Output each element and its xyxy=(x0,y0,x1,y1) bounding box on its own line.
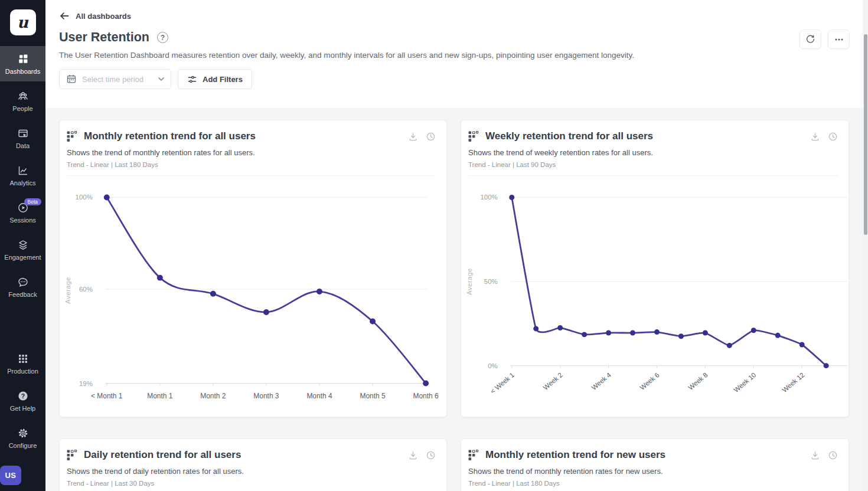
dashboard-grid: Monthly retention trend for all users Sh… xyxy=(45,108,868,491)
sidebar-item-sessions[interactable]: Beta Sessions xyxy=(0,195,45,230)
svg-text:Week 12: Week 12 xyxy=(781,371,805,394)
card-subtitle: Shows the trend of monthly retention rat… xyxy=(67,148,436,157)
sidebar-item-people[interactable]: People xyxy=(0,83,45,119)
sidebar-item-production[interactable]: Production xyxy=(0,346,45,381)
time-period-select[interactable]: Select time period xyxy=(59,69,171,89)
dashboards-icon xyxy=(17,53,29,65)
more-options-button[interactable] xyxy=(828,30,850,49)
card-daily-retention-all-users: Daily retention trend for all users Show… xyxy=(59,438,447,491)
history-clock-icon[interactable] xyxy=(426,450,436,460)
svg-text:?: ? xyxy=(21,392,24,399)
card-meta: Trend - Linear | Last 30 Days xyxy=(67,480,436,491)
add-filters-label: Add Filters xyxy=(203,75,243,84)
add-filters-button[interactable]: Add Filters xyxy=(178,69,252,89)
card-meta: Trend - Linear | Last 180 Days xyxy=(468,480,838,491)
card-monthly-retention-new-users: Monthly retention trend for new users Sh… xyxy=(461,438,849,491)
svg-text:Month 6: Month 6 xyxy=(413,392,439,400)
download-icon[interactable] xyxy=(810,450,820,460)
sidebar-item-dashboards[interactable]: Dashboards xyxy=(0,46,45,81)
sidebar-item-engagement[interactable]: Engagement xyxy=(0,232,45,267)
svg-text:0%: 0% xyxy=(488,362,498,369)
sidebar-item-label: Sessions xyxy=(9,217,36,224)
svg-text:60%: 60% xyxy=(79,286,93,293)
page-title: User Retention xyxy=(59,30,149,45)
card-meta: Trend - Linear | Last 180 Days xyxy=(67,161,436,176)
user-avatar[interactable]: US xyxy=(0,466,21,485)
logo-letter: u xyxy=(17,14,28,31)
svg-text:Week 10: Week 10 xyxy=(732,371,757,394)
chevron-down-icon xyxy=(158,77,164,81)
gear-icon xyxy=(17,427,29,439)
svg-text:Month 5: Month 5 xyxy=(360,392,386,400)
engagement-layers-icon xyxy=(17,239,29,251)
history-clock-icon[interactable] xyxy=(828,132,838,142)
svg-text:Week 2: Week 2 xyxy=(542,371,564,391)
weekly-retention-line-chart[interactable]: 100%50%0%Average< Week 1Week 2Week 4Week… xyxy=(461,176,849,411)
sliders-icon xyxy=(187,74,197,84)
svg-text:Month 2: Month 2 xyxy=(200,392,226,400)
history-clock-icon[interactable] xyxy=(828,450,838,460)
history-clock-icon[interactable] xyxy=(426,132,436,142)
svg-text:Week 6: Week 6 xyxy=(638,371,660,391)
svg-text:Week 8: Week 8 xyxy=(687,371,709,391)
retention-grid-icon xyxy=(67,131,78,142)
sidebar-item-label: Production xyxy=(7,368,38,375)
svg-text:Month 3: Month 3 xyxy=(253,392,279,400)
sidebar-item-data[interactable]: Data xyxy=(0,120,45,156)
sidebar-item-label: Configure xyxy=(9,442,37,449)
sidebar-item-label: Dashboards xyxy=(5,68,40,75)
sidebar-item-label: Get Help xyxy=(10,405,35,412)
page-description: The User Retention Dashboard measures re… xyxy=(59,51,833,60)
main-area: All dashboards User Retention ? The User… xyxy=(45,0,868,491)
sidebar-item-analytics[interactable]: Analytics xyxy=(0,158,45,193)
download-icon[interactable] xyxy=(408,132,418,142)
time-period-placeholder: Select time period xyxy=(82,75,153,84)
scrollbar xyxy=(863,0,868,491)
header-actions xyxy=(800,30,850,49)
download-icon[interactable] xyxy=(810,132,820,142)
production-grid-icon xyxy=(17,353,29,365)
back-label: All dashboards xyxy=(76,12,131,21)
page-header: All dashboards User Retention ? The User… xyxy=(45,0,868,108)
calendar-icon xyxy=(66,74,77,84)
svg-text:50%: 50% xyxy=(484,278,498,285)
sidebar: u Dashboards People xyxy=(0,0,45,491)
card-monthly-retention-all-users: Monthly retention trend for all users Sh… xyxy=(59,120,447,417)
svg-text:Week 4: Week 4 xyxy=(590,371,613,391)
download-icon[interactable] xyxy=(408,450,418,460)
beta-badge: Beta xyxy=(24,198,42,206)
card-subtitle: Shows the trend of monthly retention rat… xyxy=(468,467,838,476)
sidebar-spacer xyxy=(0,306,45,346)
sidebar-item-configure[interactable]: Configure xyxy=(0,420,45,456)
svg-text:< Week 1: < Week 1 xyxy=(489,371,515,395)
back-link[interactable]: All dashboards xyxy=(59,11,131,21)
card-subtitle: Shows the trend of weekly retention rate… xyxy=(468,148,838,157)
card-title: Monthly retention trend for all users xyxy=(84,130,402,142)
sidebar-item-get-help[interactable]: ? Get Help xyxy=(0,383,45,418)
sidebar-item-label: Analytics xyxy=(9,179,35,186)
card-meta: Trend - Linear | Last 90 Days xyxy=(468,161,838,176)
svg-text:19%: 19% xyxy=(79,380,93,387)
svg-text:Month 4: Month 4 xyxy=(306,392,332,400)
people-icon xyxy=(17,90,29,102)
svg-text:< Month 1: < Month 1 xyxy=(91,392,123,400)
data-icon xyxy=(17,127,29,139)
svg-text:Month 1: Month 1 xyxy=(147,392,173,400)
app-logo[interactable]: u xyxy=(10,9,36,35)
sidebar-item-label: People xyxy=(12,105,32,112)
card-title: Daily retention trend for all users xyxy=(84,449,402,461)
refresh-button[interactable] xyxy=(800,30,821,49)
sidebar-item-feedback[interactable]: Feedback xyxy=(0,269,45,305)
monthly-retention-line-chart[interactable]: 100%60%19%Average< Month 1Month 1Month 2… xyxy=(60,176,446,411)
title-help-icon[interactable]: ? xyxy=(157,32,168,43)
sidebar-item-label: Engagement xyxy=(4,254,41,261)
card-subtitle: Shows the trend of daily retention rates… xyxy=(67,467,436,476)
scrollbar-thumb[interactable] xyxy=(864,34,867,235)
svg-text:Average: Average xyxy=(466,268,473,295)
retention-grid-icon xyxy=(67,450,78,461)
card-title: Monthly retention trend for new users xyxy=(485,449,804,461)
retention-grid-icon xyxy=(468,131,479,142)
sidebar-item-label: Feedback xyxy=(8,291,37,298)
svg-text:Average: Average xyxy=(64,277,71,304)
feedback-icon xyxy=(17,276,29,288)
